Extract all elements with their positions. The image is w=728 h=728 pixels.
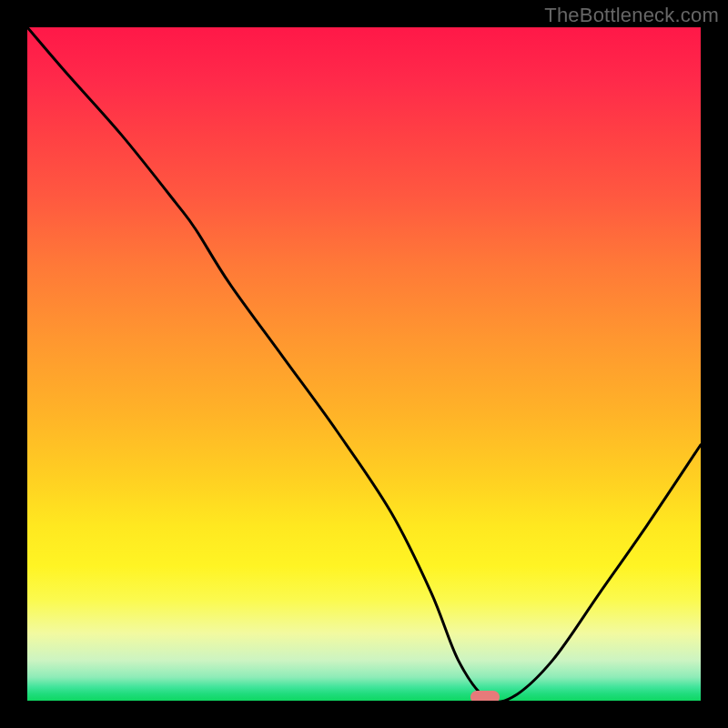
bottleneck-curve (27, 27, 701, 701)
watermark-text: TheBottleneck.com (544, 4, 719, 27)
chart-container: TheBottleneck.com (0, 0, 728, 728)
optimal-marker (470, 691, 500, 701)
curve-layer (27, 27, 701, 701)
plot-area (27, 27, 701, 701)
